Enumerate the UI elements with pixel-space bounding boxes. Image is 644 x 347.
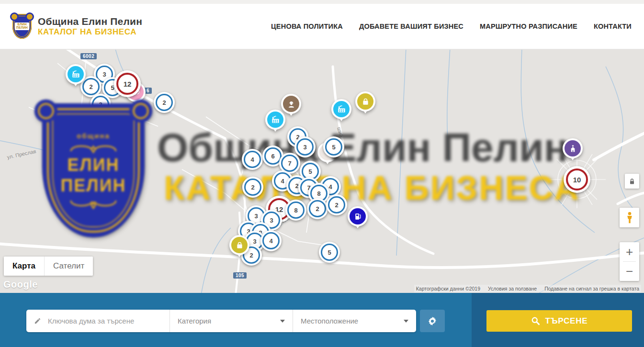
chevron-down-icon xyxy=(404,320,408,323)
google-map[interactable]: 3251222235467542274822128333834521060026… xyxy=(0,50,644,293)
nav-transport-schedule[interactable]: МАРШРУТНО РАЗПИСАНИЕ xyxy=(480,22,577,30)
cluster-marker[interactable]: 2 xyxy=(242,177,263,198)
google-logo[interactable]: Google xyxy=(3,279,38,290)
nav-contacts[interactable]: КОНТАКТИ xyxy=(594,22,632,30)
map-type-map-button[interactable]: Карта xyxy=(4,257,44,276)
attribution-report-link[interactable]: Подаване на сигнал за грешка в картата xyxy=(544,286,639,291)
nav-pricing[interactable]: ЦЕНОВА ПОЛИТИКА xyxy=(271,22,343,30)
header: ЕЛИН ПЕЛИН Община Елин Пелин КАТАЛОГ НА … xyxy=(0,4,644,49)
emblem-ornament-bottom xyxy=(67,197,120,209)
page: ЕЛИН ПЕЛИН Община Елин Пелин КАТАЛОГ НА … xyxy=(0,0,644,347)
search-bar: Категория Местоположение ТЪРСЕНЕ xyxy=(0,293,644,347)
cluster-marker[interactable]: 5 xyxy=(319,242,340,263)
zoom-in-button[interactable]: + xyxy=(620,242,639,261)
fuel-pin-marker[interactable] xyxy=(348,206,368,226)
emblem-curl-left xyxy=(34,100,57,123)
search-submit-button[interactable]: ТЪРСЕНЕ xyxy=(486,310,632,332)
route-badge: 6002 xyxy=(80,53,97,59)
watermark-title: Община Елин Пелин xyxy=(157,124,568,171)
factory-pin-marker[interactable] xyxy=(66,64,86,84)
zoom-out-button[interactable]: − xyxy=(620,262,639,281)
category-select-label: Категория xyxy=(178,317,211,325)
cluster-marker[interactable]: 3 xyxy=(294,136,316,157)
site-logo[interactable]: ЕЛИН ПЕЛИН Община Елин Пелин КАТАЛОГ НА … xyxy=(12,14,142,39)
site-title: Община Елин Пелин xyxy=(38,16,142,27)
watermark-subtitle: КАТАЛОГ НА БИЗНЕСА xyxy=(164,168,580,207)
map-type-control: Карта Сателит xyxy=(4,257,93,276)
cluster-marker[interactable]: 4 xyxy=(260,230,282,251)
emblem-name-line2: ПЕЛИН xyxy=(60,177,126,195)
emblem-curl-right xyxy=(129,100,152,123)
factory-pin-marker[interactable] xyxy=(265,110,285,130)
cluster-marker[interactable]: 4 xyxy=(242,149,263,170)
search-fields: Категория Местоположение xyxy=(26,310,416,332)
street-view-pegman-button[interactable] xyxy=(620,208,639,227)
bag-pin-marker[interactable] xyxy=(355,91,375,112)
emblem-small-text: община xyxy=(77,132,110,140)
top-strip xyxy=(0,0,644,4)
site-subtitle: КАТАЛОГ НА БИЗНЕСА xyxy=(38,27,142,37)
bag-pin-marker[interactable] xyxy=(229,235,249,255)
zoom-control: + − xyxy=(620,242,639,281)
map-type-satellite-button[interactable]: Сателит xyxy=(44,257,93,276)
keyword-search-input[interactable] xyxy=(47,316,162,325)
pegman-icon xyxy=(624,212,635,224)
cluster-marker[interactable]: 2 xyxy=(307,198,328,219)
lock-button[interactable] xyxy=(625,174,639,189)
emblem-name-line2: ПЕЛИН xyxy=(16,26,28,30)
nav-add-business[interactable]: ДОБАВЕТЕ ВАШИЯТ БИЗНЕС xyxy=(359,22,463,30)
emblem-ornament-top xyxy=(67,142,120,154)
advanced-search-button[interactable] xyxy=(420,310,445,332)
location-select-label: Местоположение xyxy=(301,317,358,325)
watermark-municipal-emblem: община ЕЛИН ПЕЛИН xyxy=(42,103,145,237)
location-select[interactable]: Местоположение xyxy=(293,310,416,332)
emblem-name-line1: ЕЛИН xyxy=(67,156,119,175)
attribution-copyright: Картографски данни ©2019 xyxy=(416,286,480,291)
chevron-down-icon xyxy=(280,320,285,323)
keyword-field xyxy=(26,310,170,332)
search-submit-label: ТЪРСЕНЕ xyxy=(545,316,588,326)
attribution-terms-link[interactable]: Условия за ползване xyxy=(488,286,537,291)
church-pin-marker[interactable] xyxy=(563,138,583,158)
cluster-marker[interactable]: 2 xyxy=(326,194,347,215)
route-badge: 105 xyxy=(233,272,247,279)
search-icon xyxy=(531,316,540,325)
main-nav: ЦЕНОВА ПОЛИТИКА ДОБАВЕТЕ ВАШИЯТ БИЗНЕС М… xyxy=(271,22,632,30)
municipal-emblem-icon: ЕЛИН ПЕЛИН xyxy=(12,14,32,39)
lock-icon xyxy=(628,178,636,185)
cluster-marker[interactable]: 12 xyxy=(114,70,141,97)
gear-icon xyxy=(427,316,438,326)
map-attribution: Картографски данни ©2019 Условия за полз… xyxy=(414,285,641,292)
cluster-marker[interactable]: 5 xyxy=(323,136,344,157)
pencil-icon xyxy=(34,317,41,325)
cluster-marker[interactable]: 2 xyxy=(154,92,175,113)
cluster-marker[interactable]: 10 xyxy=(564,166,590,193)
factory-pin-marker[interactable] xyxy=(331,99,351,119)
category-select[interactable]: Категория xyxy=(170,310,293,332)
cluster-marker[interactable]: 8 xyxy=(285,200,306,221)
